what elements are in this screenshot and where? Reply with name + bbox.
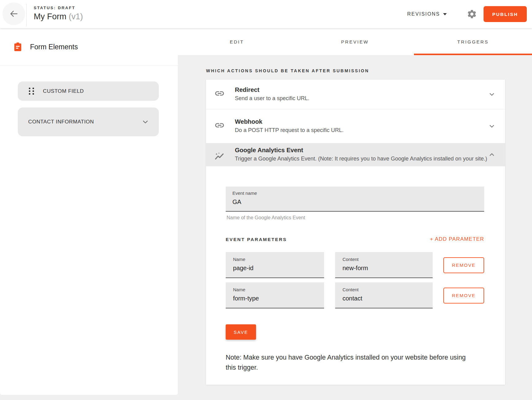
parameters-heading: EVENT PARAMETERS: [226, 237, 287, 242]
sidebar: Form Elements CUSTOM FIELD CONTACT INFOR…: [0, 28, 178, 395]
chevron-down-icon[interactable]: [488, 122, 496, 130]
google-analytics-panel: Event name GA Name of the Google Analyti…: [206, 166, 505, 385]
parameter-content-field[interactable]: Content new-form: [335, 252, 433, 278]
parameter-content-value: new-form: [343, 265, 433, 272]
parameter-name-value: form-type: [233, 295, 324, 302]
sidebar-item-contact-information[interactable]: CONTACT INFORMATION: [18, 108, 159, 136]
revisions-label: REVISIONS: [407, 11, 440, 17]
clipboard-icon: [13, 42, 22, 51]
status-label: STATUS: DRAFT: [34, 6, 83, 10]
form-name: My Form: [34, 12, 66, 21]
sidebar-item-custom-field[interactable]: CUSTOM FIELD: [18, 81, 159, 101]
revisions-dropdown[interactable]: REVISIONS: [407, 11, 447, 17]
chevron-down-icon: [141, 118, 150, 126]
event-name-value: GA: [232, 198, 484, 206]
remove-parameter-button[interactable]: REMOVE: [443, 257, 484, 273]
link-icon: [214, 120, 225, 130]
parameter-content-field[interactable]: Content contact: [335, 282, 433, 308]
add-parameter-button[interactable]: + ADD PARAMETER: [430, 236, 484, 242]
trigger-row-redirect[interactable]: Redirect Send a user to a specific URL.: [206, 80, 505, 109]
gear-icon: [467, 9, 477, 19]
parameter-name-value: page-id: [233, 265, 324, 272]
tab-preview[interactable]: PREVIEW: [296, 28, 414, 55]
triggers-card: Redirect Send a user to a specific URL. …: [206, 80, 505, 385]
page-title: My Form (v1): [34, 12, 83, 21]
back-button[interactable]: [2, 2, 25, 25]
drag-handle-icon[interactable]: [29, 88, 34, 95]
publish-button[interactable]: PUBLISH: [484, 6, 527, 22]
parameter-row: Name page-id Content new-form REMOVE: [226, 252, 484, 278]
parameter-content-value: contact: [343, 295, 433, 302]
trigger-title: Webhook: [235, 118, 488, 126]
section-heading: WHICH ACTIONS SHOULD BE TAKEN AFTER SUBM…: [206, 68, 532, 73]
analytics-event-icon: [214, 152, 225, 162]
parameter-content-label: Content: [343, 287, 433, 292]
parameter-name-field[interactable]: Name form-type: [226, 282, 324, 308]
parameter-row: Name form-type Content contact REMOVE: [226, 282, 484, 308]
trigger-text: Redirect Send a user to a specific URL.: [235, 86, 488, 103]
event-name-helper: Name of the Google Analytics Event: [227, 215, 484, 221]
trigger-text: Webhook Do a POST HTTP request to a spec…: [235, 118, 488, 134]
trigger-title: Redirect: [235, 86, 488, 94]
header-actions: REVISIONS PUBLISH: [407, 0, 527, 28]
remove-parameter-button[interactable]: REMOVE: [443, 288, 484, 304]
caret-down-icon: [443, 13, 447, 15]
trigger-description: Trigger a Google Analytics Event. (Note:…: [235, 155, 488, 163]
panel-note: Note: Make sure you have Google Analytic…: [226, 353, 468, 372]
trigger-description: Send a user to a specific URL.: [235, 94, 488, 103]
tab-edit[interactable]: EDIT: [178, 28, 296, 55]
tab-strip: EDIT PREVIEW TRIGGERS: [178, 28, 532, 55]
event-name-field[interactable]: Event name GA: [226, 187, 484, 212]
parameter-name-label: Name: [233, 257, 324, 262]
parameters-header: EVENT PARAMETERS + ADD PARAMETER: [226, 236, 484, 242]
chevron-up-icon[interactable]: [488, 151, 496, 159]
sidebar-item-label: CUSTOM FIELD: [43, 88, 84, 94]
event-name-label: Event name: [232, 191, 484, 196]
triggers-content: WHICH ACTIONS SHOULD BE TAKEN AFTER SUBM…: [178, 55, 532, 400]
app-window: EDIT PREVIEW TRIGGERS STATUS: DRAFT My F…: [0, 0, 532, 400]
trigger-text: Google Analytics Event Trigger a Google …: [235, 146, 488, 163]
form-version: (v1): [69, 12, 83, 21]
top-header: STATUS: DRAFT My Form (v1) REVISIONS PUB…: [0, 0, 532, 28]
sidebar-title: Form Elements: [30, 43, 78, 51]
title-block: STATUS: DRAFT My Form (v1): [34, 6, 83, 21]
header-divider-left: [26, 4, 27, 26]
sidebar-header: Form Elements: [0, 28, 178, 66]
trigger-row-webhook[interactable]: Webhook Do a POST HTTP request to a spec…: [206, 109, 505, 143]
back-arrow-icon: [9, 9, 19, 19]
parameter-name-label: Name: [233, 287, 324, 292]
trigger-title: Google Analytics Event: [235, 146, 488, 154]
parameter-name-field[interactable]: Name page-id: [226, 252, 324, 278]
link-icon: [214, 88, 225, 99]
parameter-content-label: Content: [343, 257, 433, 262]
trigger-description: Do a POST HTTP request to a specific URL…: [235, 126, 488, 134]
chevron-down-icon[interactable]: [488, 90, 496, 98]
trigger-row-google-analytics[interactable]: Google Analytics Event Trigger a Google …: [206, 143, 505, 166]
save-button[interactable]: SAVE: [226, 324, 256, 340]
tab-triggers[interactable]: TRIGGERS: [414, 28, 532, 55]
sidebar-item-label: CONTACT INFORMATION: [28, 119, 94, 125]
settings-button[interactable]: [467, 9, 477, 19]
sidebar-body: CUSTOM FIELD CONTACT INFORMATION: [0, 66, 178, 136]
